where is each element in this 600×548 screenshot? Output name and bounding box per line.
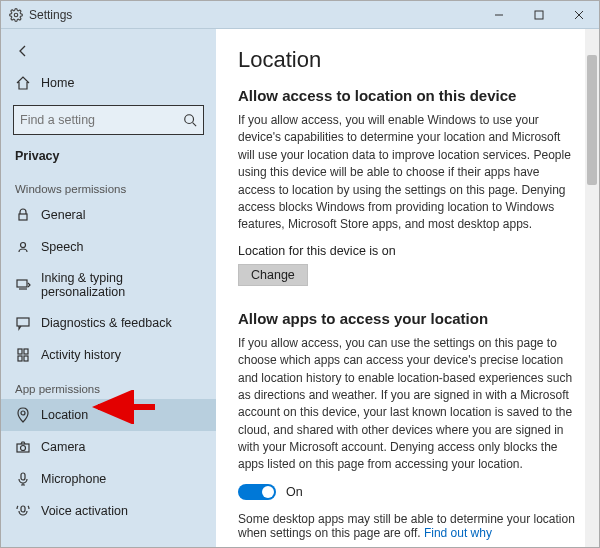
note-text: Some desktop apps may still be able to d… [238,512,575,540]
back-arrow-icon [15,43,31,59]
sidebar: Home Privacy Windows permissions General… [1,29,216,547]
window-title-area: Settings [1,8,479,22]
svg-rect-12 [24,349,28,354]
window-title: Settings [29,8,72,22]
sidebar-item-label: Camera [41,440,85,454]
search-input-container[interactable] [13,105,204,135]
icon-line-text: If an app is using your location, you'll… [238,546,510,547]
sidebar-item-home[interactable]: Home [1,67,216,99]
find-out-why-link[interactable]: Find out why [424,526,492,540]
svg-rect-11 [18,349,22,354]
main-content: Location Allow access to location on thi… [216,29,599,547]
sidebar-item-speech[interactable]: Speech [1,231,216,263]
scrollbar-thumb[interactable] [587,55,597,185]
camera-icon [15,439,31,455]
history-icon [15,347,31,363]
sidebar-item-label: Diagnostics & feedback [41,316,172,330]
window-body: Home Privacy Windows permissions General… [1,29,599,547]
svg-point-8 [21,243,26,248]
close-button[interactable] [559,1,599,29]
settings-window: Settings Home Privacy Windows p [0,0,600,548]
svg-rect-2 [535,11,543,19]
location-in-use-line: If an app is using your location, you'll… [238,546,577,547]
main-panel: Location Allow access to location on thi… [216,29,599,547]
svg-point-5 [185,115,194,124]
gear-icon [9,8,23,22]
sidebar-section-app-permissions: App permissions [1,371,216,399]
svg-point-17 [21,446,26,451]
toggle-knob [262,486,274,498]
sidebar-item-label: Speech [41,240,83,254]
section-title-app-access: Allow apps to access your location [238,310,577,327]
sidebar-item-label: Activity history [41,348,121,362]
feedback-icon [15,315,31,331]
search-icon [183,113,197,127]
sidebar-item-general[interactable]: General [1,199,216,231]
sidebar-item-microphone[interactable]: Microphone [1,463,216,495]
sidebar-item-diagnostics[interactable]: Diagnostics & feedback [1,307,216,339]
sidebar-item-label: Inking & typing personalization [41,271,202,299]
svg-rect-7 [19,214,27,220]
home-icon [15,75,31,91]
sidebar-item-label: Location [41,408,88,422]
scrollbar-track[interactable] [585,29,599,547]
svg-rect-19 [21,506,25,512]
location-toggle[interactable]: On [238,484,577,500]
toggle-label: On [286,485,303,499]
sidebar-item-camera[interactable]: Camera [1,431,216,463]
sidebar-item-label: Microphone [41,472,106,486]
search-input[interactable] [20,113,183,127]
sidebar-item-label: Voice activation [41,504,128,518]
back-button[interactable] [1,35,216,67]
svg-point-0 [14,13,18,17]
svg-rect-9 [17,280,27,287]
sidebar-heading-privacy: Privacy [1,141,216,171]
sidebar-section-windows-permissions: Windows permissions [1,171,216,199]
pen-icon [15,277,31,293]
sidebar-item-label: Home [41,76,74,90]
maximize-button[interactable] [519,1,559,29]
speech-icon [15,239,31,255]
svg-rect-14 [24,356,28,361]
location-icon [15,407,31,423]
section-body-device-access: If you allow access, you will enable Win… [238,112,577,234]
sidebar-item-voice-activation[interactable]: Voice activation [1,495,216,527]
sidebar-item-location[interactable]: Location [1,399,216,431]
svg-rect-18 [21,473,25,480]
sidebar-item-label: General [41,208,85,222]
toggle-track [238,484,276,500]
microphone-icon [15,471,31,487]
svg-line-6 [193,123,197,127]
desktop-apps-note: Some desktop apps may still be able to d… [238,512,577,540]
voice-icon [15,503,31,519]
section-body-app-access: If you allow access, you can use the set… [238,335,577,474]
window-controls [479,1,599,29]
sidebar-item-activity-history[interactable]: Activity history [1,339,216,371]
svg-rect-13 [18,356,22,361]
page-title: Location [238,47,577,73]
device-location-status: Location for this device is on [238,244,577,258]
sidebar-item-inking[interactable]: Inking & typing personalization [1,263,216,307]
section-title-device-access: Allow access to location on this device [238,87,577,104]
lock-icon [15,207,31,223]
titlebar: Settings [1,1,599,29]
sidebar-heading-label: Privacy [15,149,59,163]
change-button[interactable]: Change [238,264,308,286]
minimize-button[interactable] [479,1,519,29]
svg-rect-10 [17,318,29,326]
svg-point-15 [21,411,25,415]
